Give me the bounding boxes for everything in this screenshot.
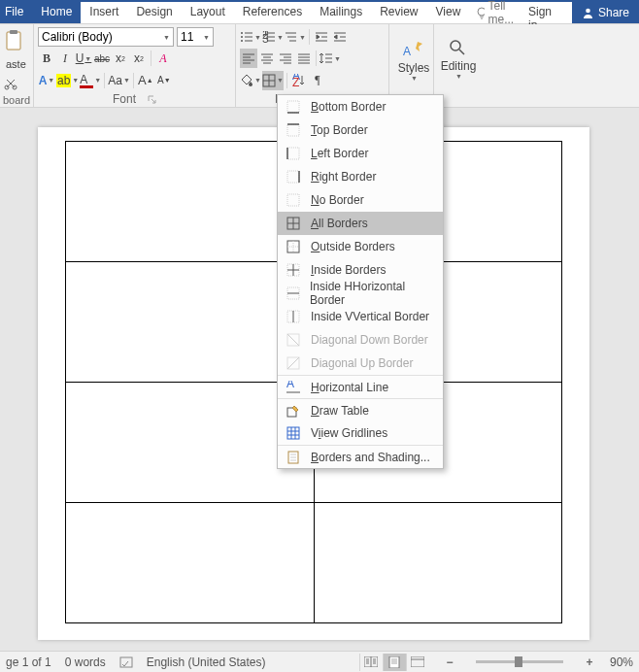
svg-rect-21 <box>287 194 299 206</box>
svg-point-16 <box>451 41 460 50</box>
editing-button[interactable]: Editing▼ <box>438 26 479 90</box>
menu-left-border[interactable]: Left Border <box>278 142 443 165</box>
lightbulb-icon <box>475 6 484 19</box>
borders-button[interactable]: ▼ <box>262 71 284 90</box>
borders-menu: Bottom Border Top Border Left Border Rig… <box>277 94 444 469</box>
menu-no-border[interactable]: No Border <box>278 188 443 212</box>
tab-layout[interactable]: Layout <box>182 2 234 23</box>
menu-draw-table[interactable]: Draw Table <box>278 398 443 421</box>
align-center-button[interactable] <box>258 49 276 68</box>
line-spacing-button[interactable]: ▼ <box>320 49 341 68</box>
align-right-button[interactable] <box>277 49 294 68</box>
paste-button[interactable]: aste <box>4 58 29 70</box>
menu-inside-vertical[interactable]: Inside VVertical Border <box>278 305 443 328</box>
shading-button[interactable]: ▼ <box>240 71 261 90</box>
tab-references[interactable]: References <box>234 2 311 23</box>
align-left-button[interactable] <box>240 49 257 68</box>
underline-button[interactable]: U▼ <box>75 49 92 68</box>
share-icon <box>582 7 594 19</box>
svg-rect-18 <box>287 124 299 136</box>
svg-text:A: A <box>286 381 294 390</box>
paste-icon[interactable] <box>4 29 25 52</box>
menu-all-borders[interactable]: All Borders <box>278 212 443 235</box>
font-color-button[interactable]: A▼ <box>80 71 101 90</box>
group-clipboard-label: board <box>4 93 29 107</box>
zoom-in-button[interactable]: + <box>583 655 596 669</box>
highlight-button[interactable]: ab▼ <box>56 71 79 90</box>
status-language[interactable]: English (United States) <box>147 655 266 669</box>
menu-borders-shading[interactable]: Borders and Shading... <box>278 445 443 468</box>
svg-point-0 <box>478 8 484 16</box>
share-button[interactable]: Share <box>572 2 639 23</box>
menu-diagonal-down: Diagonal Down Border <box>278 328 443 352</box>
print-layout-button[interactable] <box>383 654 406 671</box>
font-name-combo[interactable]: Calibri (Body)▼ <box>38 27 174 47</box>
menu-horizontal-line[interactable]: AHorizontal Line <box>278 375 443 398</box>
dialog-launcher-icon[interactable] <box>148 95 156 104</box>
menu-view-gridlines[interactable]: Viiew Gridlines <box>278 421 443 445</box>
zoom-level[interactable]: 90% <box>610 655 633 669</box>
read-mode-button[interactable] <box>359 654 383 671</box>
menu-top-border[interactable]: Top Border <box>278 118 443 142</box>
change-case-button[interactable]: Aa▼ <box>108 71 130 90</box>
menu-inside-borders[interactable]: Inside Borders <box>278 258 443 282</box>
tab-home[interactable]: Home <box>32 2 81 23</box>
zoom-slider[interactable] <box>476 660 563 663</box>
svg-rect-3 <box>10 30 17 34</box>
italic-button[interactable]: I <box>56 49 74 68</box>
increase-indent-button[interactable] <box>331 27 349 47</box>
svg-point-1 <box>586 8 590 13</box>
svg-rect-31 <box>287 427 299 439</box>
svg-text:A: A <box>403 45 411 58</box>
menu-bottom-border[interactable]: Bottom Border <box>278 95 443 118</box>
svg-rect-2 <box>7 32 20 50</box>
tab-design[interactable]: Design <box>127 2 181 23</box>
svg-point-7 <box>241 36 243 38</box>
find-icon <box>448 38 469 59</box>
spellcheck-icon[interactable] <box>119 655 133 669</box>
menu-outside-borders[interactable]: Outside Borders <box>278 235 443 258</box>
tab-view[interactable]: View <box>427 2 470 23</box>
zoom-out-button[interactable]: − <box>443 655 456 669</box>
numbering-button[interactable]: 123▼ <box>262 27 284 47</box>
tab-file[interactable]: File <box>0 2 32 23</box>
shrink-font-button[interactable]: A▼ <box>155 71 173 90</box>
justify-button[interactable] <box>295 49 313 68</box>
sign-in[interactable]: Sign in <box>519 2 572 23</box>
superscript-button[interactable]: x2 <box>130 49 148 68</box>
svg-rect-35 <box>389 656 399 668</box>
bold-button[interactable]: B <box>38 49 55 68</box>
menu-right-border[interactable]: Right Border <box>278 165 443 188</box>
subscript-button[interactable]: x2 <box>112 49 129 68</box>
bullets-button[interactable]: ▼ <box>240 27 261 47</box>
menu-diagonal-up: Diagonal Up Border <box>278 352 443 375</box>
svg-rect-19 <box>287 148 299 159</box>
grow-font-button[interactable]: A▲ <box>137 71 154 90</box>
strikethrough-button[interactable]: abc <box>93 49 111 68</box>
svg-rect-20 <box>287 171 299 183</box>
tab-mailings[interactable]: Mailings <box>311 2 371 23</box>
status-page[interactable]: ge 1 of 1 <box>6 655 51 669</box>
multilevel-button[interactable]: ▼ <box>285 27 306 47</box>
text-effects-button[interactable]: A▼ <box>38 71 55 90</box>
styles-icon: A <box>401 36 426 61</box>
svg-point-8 <box>241 40 243 42</box>
decrease-indent-button[interactable] <box>313 27 330 47</box>
ribbon-tabs: File Home Insert Design Layout Reference… <box>0 2 639 24</box>
clear-formatting-button[interactable]: A <box>154 49 172 68</box>
tell-me[interactable]: Tell me... <box>469 2 519 23</box>
svg-rect-17 <box>287 101 299 113</box>
sort-button[interactable]: AZ <box>290 71 308 90</box>
svg-point-6 <box>241 32 243 34</box>
show-marks-button[interactable]: ¶ <box>309 71 326 90</box>
font-size-combo[interactable]: 11▼ <box>177 27 214 47</box>
status-bar: ge 1 of 1 0 words English (United States… <box>0 651 639 672</box>
tab-insert[interactable]: Insert <box>81 2 127 23</box>
web-layout-button[interactable] <box>406 654 429 671</box>
tab-review[interactable]: Review <box>371 2 426 23</box>
svg-rect-33 <box>120 657 132 667</box>
menu-inside-horizontal[interactable]: Inside HHorizontal Border <box>278 282 443 305</box>
status-words[interactable]: 0 words <box>65 655 106 669</box>
scissors-icon[interactable] <box>4 77 17 90</box>
styles-button[interactable]: A Styles▼ <box>393 26 434 90</box>
